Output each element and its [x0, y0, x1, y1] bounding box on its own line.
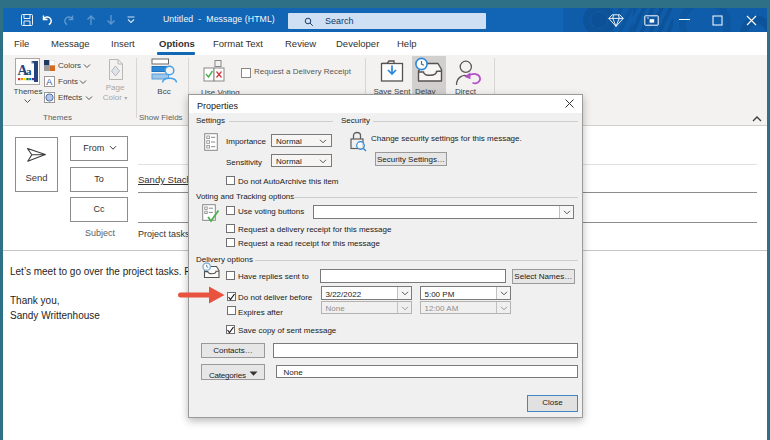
svg-text:a: a [26, 65, 32, 77]
svg-text:A: A [46, 77, 52, 87]
